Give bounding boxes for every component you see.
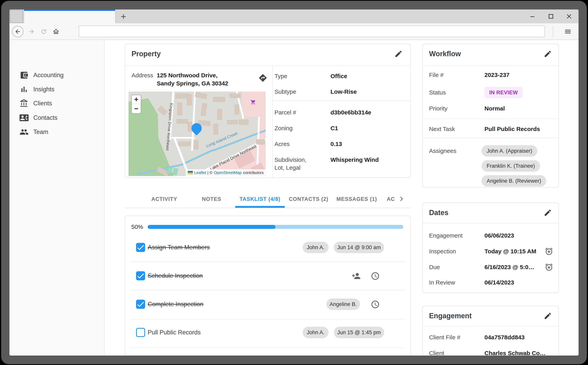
- engagement-card-title: Engagement: [429, 312, 472, 320]
- people-icon: [20, 127, 28, 137]
- field-value: C1: [331, 124, 338, 132]
- pencil-icon: [394, 50, 403, 58]
- tabs-bottom-divider: [125, 208, 411, 208]
- field-label: Subdivision,Lot, Legal: [275, 156, 331, 172]
- field-value: Normal: [484, 105, 505, 112]
- sidebar-item-insights[interactable]: Insights: [9, 83, 104, 96]
- ukraine-flag-icon: [188, 171, 193, 174]
- window-frame: Accounting Insights Clients Contacts Tea…: [1, 1, 587, 364]
- url-bar-input[interactable]: [79, 25, 545, 37]
- status-badge: IN REVIEW: [484, 87, 523, 98]
- checkmark-icon: [136, 300, 145, 309]
- home-button[interactable]: [51, 23, 61, 40]
- field-value: 06/06/2023: [484, 232, 514, 239]
- workflow-card: Workflow File #2023-237 Status IN REVIEW…: [422, 44, 559, 188]
- sidebar-item-label: Clients: [33, 100, 52, 107]
- browser-tabstrip: [9, 9, 579, 23]
- contact-phone-icon: [20, 113, 28, 122]
- field-value: Whispering Wind: [331, 156, 379, 164]
- map-street-label: Kingsport Drive Northeast: [165, 103, 173, 151]
- minimize-button[interactable]: [524, 9, 541, 23]
- menu-button[interactable]: [560, 23, 576, 40]
- tab-messages[interactable]: MESSAGES (1): [336, 196, 377, 202]
- tab-contacts[interactable]: CONTACTS (2): [289, 196, 329, 202]
- browser-active-tab[interactable]: [24, 9, 116, 23]
- field-value: 06/14/2023: [484, 279, 514, 287]
- inspection-add-alarm-button[interactable]: [545, 247, 554, 256]
- map-building: [213, 97, 225, 102]
- task-assignee-chip[interactable]: Angeline B.: [326, 299, 360, 310]
- active-tab-stripe: [24, 9, 115, 11]
- maximize-button[interactable]: [542, 9, 560, 23]
- sidebar-item-team[interactable]: Team: [9, 126, 104, 138]
- tab-ac-truncated[interactable]: AC: [387, 196, 395, 202]
- field-label: Priority: [429, 105, 484, 112]
- task-set-time-button[interactable]: [371, 300, 380, 309]
- reload-button[interactable]: [39, 23, 49, 40]
- property-subtype-row: SubtypeLow-Rise: [275, 88, 357, 96]
- map-building: [177, 119, 188, 124]
- field-value: Pull Public Records: [484, 125, 540, 133]
- tab-notes[interactable]: NOTES: [202, 196, 221, 202]
- alarm-add-icon: [545, 247, 553, 256]
- map-creek: [180, 149, 214, 166]
- task-assignee-chip[interactable]: John A.: [303, 242, 329, 253]
- workflow-file-row: File #2023-237: [429, 71, 510, 79]
- leaflet-link[interactable]: Leaflet: [194, 170, 206, 175]
- assignee-chip[interactable]: Franklin K. (Trainee): [482, 160, 540, 172]
- back-button[interactable]: [11, 23, 24, 40]
- browser-toolbar: [9, 23, 579, 40]
- field-value: Low-Rise: [331, 88, 357, 96]
- workflow-next-task-row: Next TaskPull Public Records: [429, 125, 540, 133]
- sidebar-item-clients[interactable]: Clients: [9, 97, 104, 110]
- property-card: Property Address 125 Northwood Drive, Sa…: [125, 44, 411, 178]
- dates-due-row: Due6/16/2023 @ 5:0…: [429, 263, 534, 271]
- sidebar-item-label: Team: [33, 128, 48, 135]
- property-edit-button[interactable]: [394, 50, 404, 59]
- map-zoom-in-button[interactable]: +: [132, 95, 141, 104]
- map-building: [235, 105, 239, 114]
- directions-button[interactable]: [258, 73, 267, 83]
- task-add-assignee-button[interactable]: [352, 272, 361, 281]
- task-checkbox-complete-inspection[interactable]: [136, 300, 145, 309]
- map-zoom-out-button[interactable]: −: [132, 104, 141, 113]
- property-card-title: Property: [131, 50, 161, 58]
- task-due-chip[interactable]: Jun 15 @ 1:45 pm: [334, 327, 384, 338]
- close-button[interactable]: [560, 9, 578, 23]
- new-tab-button[interactable]: [117, 12, 130, 21]
- task-checkbox-pull-public-records[interactable]: [136, 328, 145, 337]
- property-zoning-row: ZoningC1: [275, 124, 338, 132]
- property-map[interactable]: Kingsport Drive Northeast Lake Placid Dr…: [129, 91, 266, 176]
- sidebar-item-contacts[interactable]: Contacts: [9, 112, 104, 124]
- tabs-scroll-right-button[interactable]: [397, 195, 406, 203]
- task-divider: [130, 347, 406, 348]
- task-due-chip[interactable]: Jun 14 @ 9:00 am: [334, 242, 384, 253]
- task-checkbox-assign-team-members[interactable]: [136, 243, 145, 252]
- dates-edit-button[interactable]: [544, 209, 553, 218]
- forward-button[interactable]: [27, 23, 37, 40]
- assignee-chip[interactable]: John A. (Appraiser): [482, 145, 537, 157]
- progress-bar: [148, 225, 403, 229]
- task-checkbox-schedule-inspection[interactable]: [136, 271, 145, 280]
- maximize-icon: [547, 13, 554, 20]
- task-set-time-button[interactable]: [371, 272, 380, 281]
- engagement-edit-button[interactable]: [544, 312, 553, 321]
- map-attribution: Leaflet | © OpenStreetMap contributors: [186, 169, 266, 176]
- sidebar-item-accounting[interactable]: Accounting: [9, 69, 104, 82]
- tab-activity[interactable]: ACTIVITY: [151, 196, 177, 202]
- task-assignee-chip[interactable]: John A.: [303, 327, 329, 338]
- field-label: Inspection: [429, 247, 484, 255]
- workflow-priority-row: PriorityNormal: [429, 105, 505, 112]
- field-label: In Review: [429, 279, 484, 287]
- field-value: Charles Schwab Co…: [484, 349, 546, 356]
- assignee-chip[interactable]: Angeline B. (Reviewer): [482, 175, 546, 187]
- workflow-edit-button[interactable]: [544, 50, 553, 59]
- tab-tasklist[interactable]: TASKLIST (4/8): [239, 196, 280, 202]
- dates-inspection-row: InspectionToday @ 10:15 AM: [429, 247, 536, 255]
- field-label: Subtype: [275, 88, 331, 96]
- field-label: Parcel #: [275, 109, 331, 116]
- osm-link[interactable]: OpenStreetMap: [214, 170, 242, 175]
- workflow-divider: [423, 138, 558, 138]
- sidebar-item-label: Insights: [33, 86, 55, 93]
- due-add-alarm-button[interactable]: [545, 263, 554, 272]
